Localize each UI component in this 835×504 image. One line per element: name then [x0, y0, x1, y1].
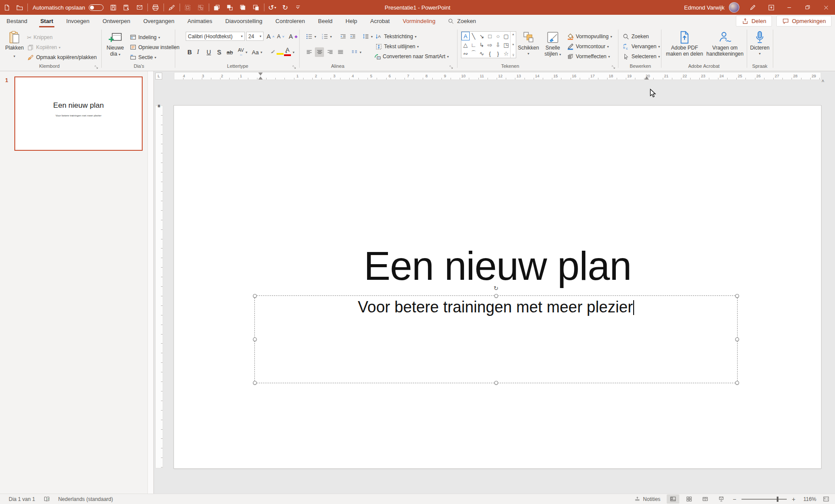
columns-button[interactable]: ▾ — [350, 47, 362, 57]
tab-acrobat[interactable]: Acrobat — [364, 15, 396, 27]
font-color-button[interactable]: A▾ — [283, 47, 295, 57]
italic-button[interactable]: I — [196, 47, 200, 57]
lettertype-dialog-launcher-icon[interactable] — [291, 64, 296, 69]
zoom-out-button[interactable]: − — [731, 496, 738, 503]
decrease-indent-button[interactable] — [338, 32, 347, 41]
scroll-up-icon[interactable]: ▲ — [512, 33, 515, 36]
shape-scribble-icon[interactable]: ∾ — [461, 49, 470, 58]
shape-snip-rectangle-icon[interactable]: ◳ — [502, 40, 510, 49]
tab-help[interactable]: Help — [339, 15, 364, 27]
dictate-button[interactable]: Dicteren ▾ — [749, 30, 770, 56]
user-name[interactable]: Edmond Varwijk — [684, 4, 725, 11]
tab-animaties[interactable]: Animaties — [181, 15, 219, 27]
selection-handle[interactable] — [253, 294, 257, 298]
first-line-indent-marker[interactable] — [258, 73, 263, 76]
undo-icon[interactable]: ↺▾ — [266, 0, 279, 15]
tab-beeld[interactable]: Beeld — [311, 15, 339, 27]
bold-button[interactable]: B — [187, 47, 193, 57]
shape-star-icon[interactable]: ☆ — [502, 49, 510, 58]
format-painter-icon[interactable] — [165, 0, 178, 15]
scroll-down-icon[interactable]: ▼ — [512, 43, 515, 46]
section-button[interactable]: Sectie▾ — [128, 53, 157, 62]
strikethrough-button[interactable]: ab — [226, 47, 234, 57]
shape-fill-button[interactable]: Vormopvulling▾ — [566, 32, 613, 41]
collapse-ribbon-icon[interactable]: ˄ — [822, 78, 824, 83]
clear-formatting-button[interactable]: A◆ — [288, 32, 298, 41]
draw-pen-icon[interactable] — [744, 0, 762, 15]
underline-button[interactable]: U — [206, 47, 212, 57]
slide-title-text[interactable]: Een nieuw plan — [174, 243, 821, 289]
slide-thumbnail[interactable]: Een nieuw plan Voor betere trainingen me… — [14, 76, 143, 151]
shape-brace-right-icon[interactable]: } — [494, 49, 502, 58]
send-to-back-icon[interactable] — [250, 0, 263, 15]
redo-icon[interactable]: ↻ — [279, 0, 292, 15]
convert-smartart-button[interactable]: Converteren naar SmartArt▾ — [373, 52, 450, 61]
adobe-pdf-button[interactable]: Adobe PDF maken en delen — [665, 30, 705, 57]
shape-triangle-icon[interactable]: △ — [461, 40, 470, 49]
shape-arrow-right-icon[interactable]: ⇨ — [486, 40, 494, 49]
reset-button[interactable]: Opnieuw instellen — [128, 43, 180, 52]
shape-elbow-connector-icon[interactable]: ∟ — [470, 40, 478, 49]
grow-font-button[interactable]: A˄ — [266, 32, 275, 41]
email-icon[interactable] — [133, 0, 146, 15]
print-preview-icon[interactable] — [149, 0, 162, 15]
align-right-button[interactable] — [325, 47, 334, 57]
replace-button[interactable]: bcVervangen▾ — [621, 42, 661, 51]
shape-rectangle-icon[interactable]: □ — [486, 32, 494, 40]
shape-outline-button[interactable]: Vormcontour▾ — [566, 42, 610, 51]
selection-handle[interactable] — [253, 338, 257, 342]
zoom-slider-handle[interactable] — [777, 497, 778, 502]
change-case-button[interactable]: Aa▾ — [251, 47, 263, 57]
shapes-gallery[interactable]: A╲↘□○▢△∟↳⇨⇩◳∾⌒∿{}☆ ▲ ▼ ⊽ — [461, 31, 516, 58]
shape-arrow-down-icon[interactable]: ⇩ — [494, 40, 502, 49]
search-box[interactable]: Zoeken — [442, 15, 481, 27]
minimize-button[interactable] — [780, 0, 798, 15]
justify-button[interactable] — [336, 47, 345, 57]
selection-handle[interactable] — [253, 381, 257, 385]
klembord-dialog-launcher-icon[interactable] — [93, 64, 98, 69]
shape-effects-button[interactable]: Vormeffecten▾ — [566, 52, 611, 61]
font-name-select[interactable]: Calibri (Hoofdtekst)▾ — [186, 32, 245, 41]
vertical-ruler[interactable]: 98765432112345678 — [155, 106, 163, 468]
bring-to-front-icon[interactable] — [237, 0, 250, 15]
rotation-handle-icon[interactable]: ↻ — [493, 285, 500, 292]
selection-handle[interactable] — [494, 381, 498, 385]
selection-handle[interactable] — [494, 294, 498, 298]
shape-brace-left-icon[interactable]: { — [486, 49, 494, 58]
horizontal-ruler[interactable]: 4321123456789101112131415161718192021222… — [174, 72, 821, 80]
save-icon[interactable] — [107, 0, 120, 15]
hanging-indent-marker[interactable] — [258, 76, 263, 80]
tab-bestand[interactable]: Bestand — [0, 15, 34, 27]
zoom-level[interactable]: 116% — [801, 496, 816, 502]
reading-view-button[interactable] — [699, 494, 711, 504]
quick-styles-button[interactable]: Snelle stijlen ▾ — [541, 30, 564, 58]
save-as-icon[interactable] — [120, 0, 133, 15]
tab-start[interactable]: Start — [34, 15, 60, 27]
selection-handle[interactable] — [735, 338, 739, 342]
notes-button[interactable]: Notities — [631, 494, 663, 504]
find-button[interactable]: Zoeken — [621, 32, 650, 41]
selection-handle[interactable] — [735, 294, 739, 298]
paste-button[interactable]: Plakken ▾ — [5, 30, 23, 58]
tab-ontwerpen[interactable]: Ontwerpen — [96, 15, 137, 27]
autosave-toggle-group[interactable]: Automatisch opslaan — [29, 4, 107, 11]
tab-invoegen[interactable]: Invoegen — [60, 15, 96, 27]
shape-rounded-rectangle-icon[interactable]: ▢ — [502, 32, 510, 40]
arrange-button[interactable]: Schikken ▾ — [516, 30, 541, 56]
bullets-button[interactable]: ▾ — [304, 32, 317, 41]
tab-selector[interactable]: L — [155, 73, 162, 80]
shape-text-box-icon[interactable]: A — [461, 32, 470, 40]
subtitle-text-box[interactable]: ↻ Voor betere trainingen met meer plezie… — [254, 295, 738, 383]
normal-view-button[interactable] — [667, 494, 679, 504]
text-shadow-button[interactable]: S — [216, 47, 222, 57]
ribbon-display-options-icon[interactable] — [762, 0, 780, 15]
zoom-in-button[interactable]: + — [790, 496, 797, 503]
comments-button[interactable]: Opmerkingen — [776, 16, 832, 27]
send-backward-icon[interactable] — [224, 0, 237, 15]
tab-vormindeling[interactable]: Vormindeling — [396, 15, 442, 27]
avatar[interactable] — [729, 2, 739, 13]
numbering-button[interactable]: 123▾ — [320, 32, 333, 41]
fit-to-window-button[interactable] — [820, 494, 832, 504]
line-spacing-button[interactable]: ▾ — [361, 32, 374, 41]
spellcheck-icon[interactable] — [43, 495, 50, 503]
